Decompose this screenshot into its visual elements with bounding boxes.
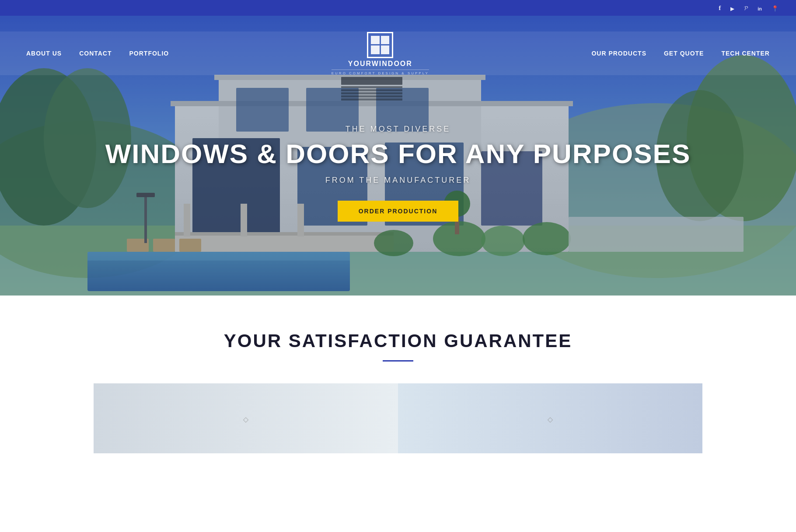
- hero-content: THE MOST DIVERSE WINDOWS & DOORS FOR ANY…: [105, 90, 691, 222]
- nav-right: OUR PRODUCTS GET QUOTE TECH CENTER: [591, 50, 770, 57]
- order-production-button[interactable]: ORDER PRODUCTION: [338, 201, 459, 222]
- nav-get-quote[interactable]: GET QUOTE: [664, 50, 704, 57]
- nav-tech-center[interactable]: TECH CENTER: [721, 50, 770, 57]
- hero-title: WINDOWS & DOORS FOR ANY PURPOSES: [105, 139, 691, 169]
- logo-pane-br: [381, 45, 390, 54]
- logo-pane-tl: [371, 36, 380, 45]
- nav-about-us[interactable]: ABOUT US: [26, 50, 62, 57]
- strip-left: ⬦: [94, 383, 398, 453]
- satisfaction-title: YOUR SATISFACTION GUARANTEE: [17, 330, 779, 351]
- hero-subtitle: THE MOST DIVERSE: [105, 125, 691, 134]
- logo-title: YOURWINDOOR: [348, 60, 412, 68]
- nav-contact[interactable]: CONTACT: [79, 50, 112, 57]
- hero-tagline: FROM THE MANUFACTURER: [105, 176, 691, 185]
- satisfaction-image-strip: ⬦ ⬦: [94, 383, 702, 453]
- logo-icon: [367, 32, 393, 58]
- nav-our-products[interactable]: OUR PRODUCTS: [591, 50, 646, 57]
- nav-left: ABOUT US CONTACT PORTFOLIO: [26, 50, 169, 57]
- logo-pane-tr: [381, 36, 390, 45]
- strip-right-icon: ⬦: [546, 411, 554, 426]
- nav-portfolio[interactable]: PORTFOLIO: [129, 50, 169, 57]
- logo[interactable]: YOURWINDOOR EURO COMFORT DESIGN & SUPPLY: [332, 32, 429, 75]
- logo-pane-bl: [371, 45, 380, 54]
- pinterest-icon[interactable]: [744, 4, 748, 12]
- strip-inner: ⬦ ⬦: [94, 383, 702, 453]
- satisfaction-section: YOUR SATISFACTION GUARANTEE ⬦ ⬦: [0, 296, 796, 532]
- satisfaction-divider: [383, 360, 413, 362]
- logo-subtitle: EURO COMFORT DESIGN & SUPPLY: [332, 70, 429, 75]
- strip-left-icon: ⬦: [242, 411, 250, 426]
- linkedin-icon[interactable]: [758, 4, 762, 12]
- youtube-icon[interactable]: [730, 4, 734, 12]
- facebook-icon[interactable]: [719, 4, 721, 12]
- navbar: ABOUT US CONTACT PORTFOLIO YOURWINDOOR E…: [0, 31, 796, 75]
- hero-section: ABOUT US CONTACT PORTFOLIO YOURWINDOOR E…: [0, 16, 796, 296]
- top-bar: [0, 0, 796, 16]
- location-icon[interactable]: [772, 4, 779, 12]
- strip-right: ⬦: [398, 383, 702, 453]
